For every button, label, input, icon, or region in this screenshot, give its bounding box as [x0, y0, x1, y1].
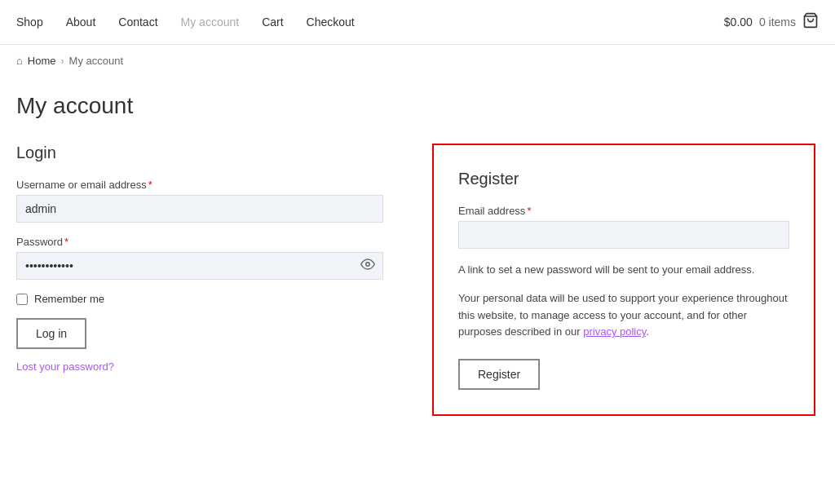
login-section: Login Username or email address* Passwor…	[16, 144, 383, 373]
password-input[interactable]	[16, 252, 383, 280]
username-input[interactable]	[16, 195, 383, 223]
cart-summary: $0.00 0 items	[724, 12, 819, 33]
cart-icon[interactable]	[802, 12, 819, 33]
breadcrumb: ⌂ Home › My account	[0, 45, 835, 77]
site-header: Shop About Contact My account Cart Check…	[0, 0, 835, 45]
breadcrumb-separator: ›	[61, 55, 64, 67]
cart-item-count: 0 items	[759, 15, 796, 29]
register-section: Register Email address* A link to set a …	[432, 144, 815, 416]
nav-shop[interactable]: Shop	[16, 15, 43, 29]
register-info-privacy: Your personal data will be used to suppo…	[458, 290, 789, 341]
username-required: *	[148, 179, 152, 191]
page-title: My account	[16, 93, 819, 119]
register-email-group: Email address*	[458, 205, 789, 249]
username-label: Username or email address*	[16, 179, 383, 191]
nav-about[interactable]: About	[66, 15, 96, 29]
toggle-password-icon[interactable]	[360, 257, 375, 275]
password-group: Password*	[16, 236, 383, 280]
nav-my-account[interactable]: My account	[181, 15, 240, 29]
account-columns: Login Username or email address* Passwor…	[16, 144, 819, 416]
svg-point-1	[366, 263, 370, 267]
password-required: *	[64, 236, 68, 248]
remember-me-row: Remember me	[16, 293, 383, 305]
main-content: My account Login Username or email addre…	[0, 77, 835, 449]
lost-password-link[interactable]: Lost your password?	[16, 360, 114, 373]
login-title: Login	[16, 144, 383, 162]
breadcrumb-current: My account	[69, 55, 123, 67]
register-info-password: A link to set a new password will be sen…	[458, 262, 789, 279]
home-icon: ⌂	[16, 55, 23, 67]
username-group: Username or email address*	[16, 179, 383, 223]
nav-checkout[interactable]: Checkout	[307, 15, 355, 29]
main-nav: Shop About Contact My account Cart Check…	[16, 15, 724, 29]
email-required: *	[527, 205, 531, 217]
nav-contact[interactable]: Contact	[118, 15, 157, 29]
cart-price: $0.00	[724, 15, 753, 29]
register-button[interactable]: Register	[458, 359, 540, 390]
breadcrumb-home-link[interactable]: Home	[28, 55, 56, 67]
register-email-input[interactable]	[458, 221, 789, 249]
login-button[interactable]: Log in	[16, 318, 86, 349]
nav-cart[interactable]: Cart	[262, 15, 283, 29]
password-wrap	[16, 252, 383, 280]
remember-me-checkbox[interactable]	[16, 294, 28, 305]
register-title: Register	[458, 170, 789, 188]
register-email-label: Email address*	[458, 205, 789, 217]
privacy-policy-link[interactable]: privacy policy	[583, 325, 646, 338]
remember-me-label[interactable]: Remember me	[34, 293, 104, 305]
password-label: Password*	[16, 236, 383, 248]
